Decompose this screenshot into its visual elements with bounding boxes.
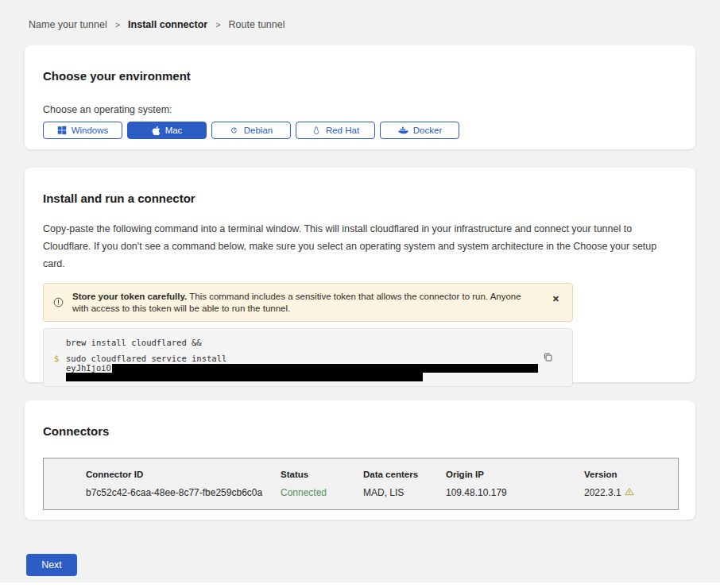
breadcrumb-install-connector[interactable]: Install connector xyxy=(128,19,207,30)
os-button-group: Windows Mac Debian xyxy=(43,122,676,139)
connector-id-value: b7c52c42-6caa-48ee-8c77-fbe259cb6c0a xyxy=(86,487,281,498)
apple-icon xyxy=(152,126,161,136)
column-header-status: Status xyxy=(281,470,363,487)
install-description: Copy-paste the following command into a … xyxy=(43,220,675,273)
os-button-debian[interactable]: Debian xyxy=(211,122,291,139)
token-warning-title: Store your token carefully. xyxy=(72,292,187,301)
docker-icon xyxy=(397,126,408,135)
os-button-label: Mac xyxy=(165,126,183,135)
os-button-label: Red Hat xyxy=(326,126,359,135)
bottom-strip xyxy=(0,582,720,588)
close-icon[interactable]: ✕ xyxy=(548,291,564,308)
windows-icon xyxy=(57,126,67,135)
redhat-icon xyxy=(312,126,321,136)
os-button-mac[interactable]: Mac xyxy=(127,122,207,139)
choose-environment-card: Choose your environment Choose an operat… xyxy=(25,45,695,149)
connectors-table-header: Connector ID Status Data centers Origin … xyxy=(86,470,678,487)
warning-triangle-icon xyxy=(625,487,634,498)
os-button-label: Windows xyxy=(72,126,109,135)
column-header-version: Version xyxy=(584,470,678,487)
os-button-docker[interactable]: Docker xyxy=(380,122,459,139)
column-header-origin-ip: Origin IP xyxy=(446,470,584,487)
os-button-windows[interactable]: Windows xyxy=(43,122,122,139)
code-line-brew: brew install cloudflared && xyxy=(66,338,202,347)
table-row: b7c52c42-6caa-48ee-8c77-fbe259cb6c0a Con… xyxy=(86,487,678,498)
version-number: 2022.3.1 xyxy=(584,487,621,498)
origin-ip-value: 109.48.10.179 xyxy=(446,487,584,498)
token-warning-text: Store your token carefully. This command… xyxy=(72,291,529,315)
install-command-code-block: brew install cloudflared && $ sudo cloud… xyxy=(43,328,573,387)
column-header-connector-id: Connector ID xyxy=(86,470,281,487)
code-line-token: eyJhIjoiO xyxy=(66,363,538,373)
copy-icon[interactable] xyxy=(541,350,555,366)
column-header-data-centers: Data centers xyxy=(363,470,446,487)
connectors-title: Connectors xyxy=(43,424,676,438)
token-prefix: eyJhIjoiO xyxy=(66,363,111,373)
next-button[interactable]: Next xyxy=(26,554,77,576)
connectors-card: Connectors Connector ID Status Data cent… xyxy=(25,400,695,520)
status-badge: Connected xyxy=(281,487,363,498)
data-centers-value: MAD, LIS xyxy=(363,487,446,498)
alert-circle-icon xyxy=(53,296,64,311)
choose-environment-title: Choose your environment xyxy=(43,69,676,83)
install-connector-card: Install and run a connector Copy-paste t… xyxy=(25,168,695,382)
redacted-token-bar xyxy=(112,364,538,373)
install-connector-title: Install and run a connector xyxy=(43,191,676,205)
version-value: 2022.3.1 xyxy=(584,487,678,498)
connectors-table: Connector ID Status Data centers Origin … xyxy=(43,458,679,510)
redacted-token-bar xyxy=(66,373,423,381)
os-button-label: Docker xyxy=(413,126,442,135)
debian-icon xyxy=(230,126,239,135)
os-button-redhat[interactable]: Red Hat xyxy=(296,122,375,139)
os-select-label: Choose an operating system: xyxy=(43,104,676,115)
breadcrumb-separator: > xyxy=(115,20,120,29)
breadcrumb: Name your tunnel > Install connector > R… xyxy=(0,0,720,30)
breadcrumb-separator: > xyxy=(215,20,220,29)
shell-prompt: $ xyxy=(54,354,59,363)
os-button-label: Debian xyxy=(244,126,273,135)
token-warning-banner: Store your token carefully. This command… xyxy=(43,283,573,322)
code-line-sudo: sudo cloudflared service install xyxy=(66,354,226,363)
breadcrumb-route-tunnel[interactable]: Route tunnel xyxy=(229,19,285,30)
breadcrumb-name-your-tunnel[interactable]: Name your tunnel xyxy=(29,19,107,30)
